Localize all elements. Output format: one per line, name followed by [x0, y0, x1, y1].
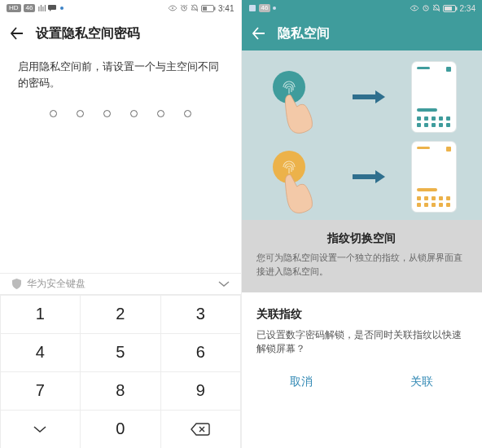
app-bar: 隐私空间: [242, 16, 483, 51]
shield-icon: [11, 279, 22, 289]
eye-icon: [410, 5, 419, 11]
clock-text: 3:41: [218, 4, 234, 13]
dot-icon: [60, 7, 64, 10]
chat-icon: [48, 4, 58, 12]
eye-icon: [168, 5, 177, 11]
status-bar: 46 2:34: [242, 0, 483, 16]
backspace-icon: [191, 423, 210, 436]
net-badge: 46: [24, 4, 36, 12]
svg-rect-4: [214, 7, 216, 10]
svg-rect-3: [203, 7, 207, 11]
alarm-icon: [422, 4, 430, 12]
key-3[interactable]: 3: [160, 295, 242, 334]
hd-badge: HD: [7, 4, 21, 12]
info-title: 指纹切换空间: [256, 231, 468, 246]
illustration-panel: [242, 51, 483, 220]
key-hide-keyboard[interactable]: [0, 410, 81, 449]
info-body: 您可为隐私空间设置一个独立的指纹，从锁屏界面直接进入隐私空间。: [256, 251, 468, 278]
signal-icon: ılıl: [37, 4, 46, 13]
key-8[interactable]: 8: [80, 371, 161, 411]
sim-icon: [248, 4, 256, 12]
key-7[interactable]: 7: [0, 371, 81, 411]
keyboard-info-bar: 华为安全键盘: [0, 273, 241, 295]
chevron-down-icon: [33, 425, 47, 433]
dialog-title: 关联指纹: [256, 307, 468, 322]
key-9[interactable]: 9: [160, 371, 242, 411]
chevron-down-icon[interactable]: [218, 281, 230, 288]
mini-phone-green: [412, 62, 456, 132]
pin-dot: [50, 110, 57, 117]
svg-rect-9: [445, 7, 452, 11]
fingerprint-hand-green: [268, 68, 326, 126]
arrow-right-icon: [353, 90, 385, 104]
net-badge: 46: [259, 4, 271, 12]
page-title: 隐私空间: [278, 25, 330, 42]
arrow-right-icon: [353, 169, 385, 184]
svg-point-0: [172, 7, 173, 9]
page-title: 设置隐私空间密码: [36, 25, 140, 42]
pin-dot: [184, 110, 191, 117]
pin-dot: [130, 110, 138, 117]
back-icon[interactable]: [10, 26, 24, 41]
battery-icon: [443, 5, 458, 12]
svg-rect-5: [249, 5, 256, 11]
dialog-actions: 取消 关联: [242, 363, 483, 401]
back-icon[interactable]: [252, 26, 266, 41]
keyboard-hint-label: 华为安全键盘: [27, 277, 85, 291]
confirm-button[interactable]: 关联: [362, 363, 482, 401]
fingerprint-hand-yellow: [268, 147, 326, 206]
cancel-button[interactable]: 取消: [242, 363, 362, 401]
status-bar: HD 46 ılıl 3:41: [0, 0, 241, 16]
svg-rect-10: [456, 7, 458, 10]
clock-text: 2:34: [460, 4, 475, 13]
mini-phone-yellow: [412, 142, 456, 212]
dialog-sheet: 关联指纹 已设置数字密码解锁，是否同时关联指纹以快速解锁屏幕？: [242, 292, 483, 363]
dnd-icon: [191, 4, 199, 12]
key-0[interactable]: 0: [80, 410, 161, 449]
key-1[interactable]: 1: [0, 295, 81, 334]
instruction-text: 启用隐私空间前，请设置一个与主空间不同的密码。: [0, 51, 241, 90]
key-backspace[interactable]: [160, 410, 242, 449]
screen-set-password: HD 46 ılıl 3:41 设置隐私空间密码 启用隐私空间前，请设置一个与主…: [0, 0, 242, 448]
key-6[interactable]: 6: [160, 333, 242, 372]
pin-dot: [77, 110, 84, 117]
numeric-keypad: 1 2 3 4 5 6 7 8 9 0: [0, 295, 241, 448]
alarm-icon: [180, 4, 188, 12]
screen-private-space: 46 2:34 隐私空间: [242, 0, 483, 448]
pin-indicator: [0, 90, 241, 150]
dnd-icon: [432, 4, 440, 12]
pin-dot: [103, 110, 111, 117]
dot-icon: [273, 7, 276, 10]
svg-point-6: [414, 7, 415, 9]
battery-icon: [201, 5, 216, 12]
pin-dot: [157, 110, 164, 117]
info-panel: 指纹切换空间 您可为隐私空间设置一个独立的指纹，从锁屏界面直接进入隐私空间。: [242, 220, 483, 292]
key-4[interactable]: 4: [0, 333, 81, 372]
dialog-body: 已设置数字密码解锁，是否同时关联指纹以快速解锁屏幕？: [256, 328, 468, 357]
key-2[interactable]: 2: [80, 295, 161, 334]
key-5[interactable]: 5: [80, 333, 161, 372]
app-bar: 设置隐私空间密码: [0, 16, 241, 51]
